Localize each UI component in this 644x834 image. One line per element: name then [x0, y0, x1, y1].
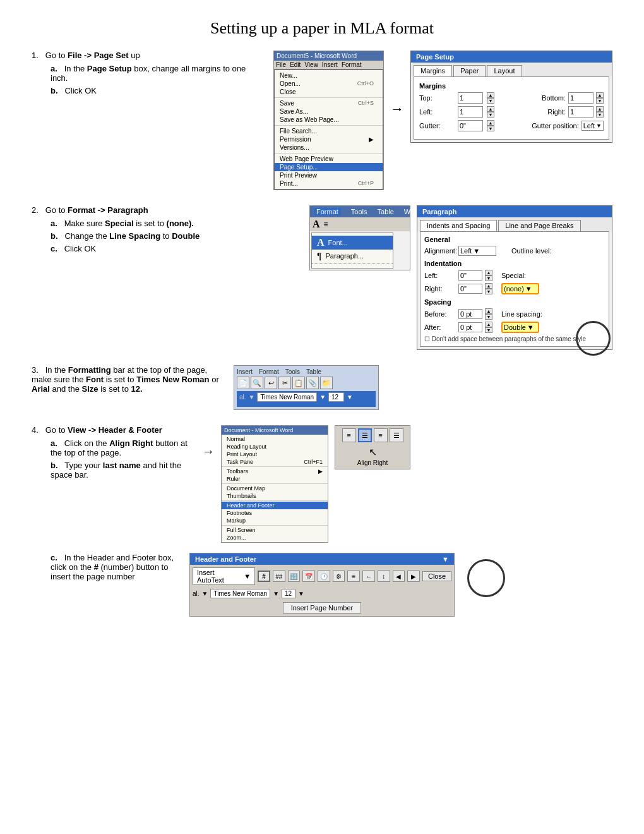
- hf-size-select[interactable]: 12: [282, 589, 295, 598]
- fmt-icon-2[interactable]: 🔍: [251, 377, 263, 389]
- top-input[interactable]: 1: [458, 92, 483, 104]
- special-select[interactable]: (none) ▼: [501, 283, 539, 294]
- double-circle-annotation: [576, 321, 611, 356]
- word-title-bar: Document5 - Microsoft Word: [274, 51, 383, 61]
- menu-item-permission: Permission▶: [275, 135, 383, 143]
- para-general-title: General: [424, 236, 605, 243]
- tab-line-page-breaks[interactable]: Line and Page Breaks: [498, 220, 580, 231]
- fmt-icon-3[interactable]: ↩: [265, 377, 277, 389]
- menu-item-versions: Versions...: [275, 143, 383, 152]
- special-label: Special:: [501, 272, 526, 279]
- view-thumbnails: Thumbnails: [222, 492, 328, 500]
- indent-right-label: Right:: [424, 285, 456, 293]
- menu-item-close: Close: [275, 88, 383, 96]
- after-input[interactable]: 0 pt: [458, 322, 482, 332]
- bottom-spin[interactable]: ▲▼: [596, 92, 604, 104]
- hf-prev-btn[interactable]: ◀: [393, 571, 405, 582]
- menu-item-printpreview: Print Preview: [275, 171, 383, 179]
- hf-next-btn[interactable]: ▶: [407, 571, 420, 582]
- indent-left-spin[interactable]: ▲▼: [485, 270, 492, 281]
- hf-same-prev-btn[interactable]: ←: [362, 571, 375, 582]
- view-ruler: Ruler: [222, 475, 328, 483]
- hf-autotext-btn[interactable]: Insert AutoText ▼: [193, 567, 255, 585]
- step-1-arrow: →: [390, 101, 404, 118]
- word-file-menu: New... Open...Ctrl+O Close SaveCtrl+S Sa…: [274, 70, 383, 190]
- view-taskpane: Task PaneCtrl+F1: [222, 458, 328, 466]
- font-size-select[interactable]: 12: [328, 392, 344, 402]
- step-4c-row: c. In the Header and Footer box, click o…: [32, 553, 612, 617]
- line-spacing-select[interactable]: Double ▼: [501, 322, 539, 333]
- indent-left-input[interactable]: 0": [458, 270, 482, 281]
- hf-pages-btn[interactable]: ##: [273, 571, 285, 582]
- alignment-label: Alignment:: [424, 247, 456, 255]
- indent-left-label: Left:: [424, 272, 456, 279]
- before-spin[interactable]: ▲▼: [485, 308, 492, 320]
- hf-date-btn[interactable]: 📅: [302, 571, 315, 582]
- insert-label: Insert: [237, 368, 253, 375]
- view-footnotes: Footnotes: [222, 509, 328, 517]
- hf-setup-btn[interactable]: ⚙: [333, 571, 345, 582]
- align-toolbar-screenshot: ≡ ☰ ≡ ☰ ↖ Align Right: [335, 425, 410, 469]
- hf-circle-wrap: [467, 553, 505, 597]
- hf-time-btn[interactable]: 🕐: [318, 571, 330, 582]
- tools-label: Tools: [351, 208, 367, 215]
- page-setup-title: Page Setup: [411, 51, 612, 63]
- before-input[interactable]: 0 pt: [458, 309, 482, 319]
- hf-font-select[interactable]: Times New Roman: [210, 589, 270, 598]
- gutter-spin[interactable]: ▲▼: [487, 120, 494, 131]
- right-input[interactable]: 1: [568, 106, 593, 118]
- step-3-images: Insert Format Tools Table 📄 🔍 ↩ ✂ 📋 📎 📁 …: [234, 365, 379, 410]
- page-title: Setting up a paper in MLA format: [32, 19, 612, 38]
- tab-margins[interactable]: Margins: [414, 65, 452, 76]
- align-left-btn[interactable]: ≡: [342, 428, 356, 442]
- cursor-icon: ↖: [369, 447, 377, 457]
- hf-close-btn[interactable]: Close: [422, 571, 451, 581]
- step-4b: b. Type your last name and hit the space…: [51, 461, 189, 480]
- left-margin-row: Left: 1 ▲▼ Right: 1 ▲▼: [419, 106, 604, 118]
- gutter-pos-select[interactable]: Left▼: [581, 121, 604, 131]
- right-spin[interactable]: ▲▼: [596, 106, 604, 118]
- tab-layout[interactable]: Layout: [487, 65, 522, 76]
- justify-btn[interactable]: ☰: [390, 428, 403, 442]
- step-2c: c. Click OK: [51, 244, 297, 253]
- align-buttons-row: ≡ ☰ ≡ ☰: [342, 428, 403, 442]
- alignment-select[interactable]: Left ▼: [458, 246, 496, 256]
- hf-page-number-btn[interactable]: #: [258, 571, 270, 582]
- fmt-icon-7[interactable]: 📁: [320, 377, 333, 389]
- tab-paper[interactable]: Paper: [453, 65, 486, 76]
- hf-format-btn[interactable]: 🔢: [288, 571, 301, 582]
- fmt-icon-6[interactable]: 📎: [306, 377, 319, 389]
- indent-right-input[interactable]: 0": [458, 284, 482, 294]
- format-icon-para: ≡: [324, 220, 328, 229]
- view-header-footer[interactable]: Header and Footer: [222, 502, 328, 509]
- top-margin-row: Top: 1 ▲▼ Bottom: 1 ▲▼: [419, 92, 604, 104]
- menu-item-pagesetup[interactable]: Page Setup...: [275, 163, 383, 171]
- format-menu-paragraph[interactable]: ¶ Paragraph...: [312, 250, 393, 262]
- font-name-select[interactable]: Times New Roman: [257, 392, 317, 402]
- fmt-icon-5[interactable]: 📋: [292, 377, 305, 389]
- indent-right-spin[interactable]: ▲▼: [485, 283, 492, 294]
- fmt-font-row: al. ▼ Times New Roman ▼ 12 ▼: [237, 391, 376, 403]
- left-spin[interactable]: ▲▼: [487, 106, 494, 118]
- step-2-number: 2.: [32, 205, 39, 215]
- gutter-input[interactable]: 0": [458, 120, 483, 131]
- para-label: Paragraph...: [326, 252, 364, 260]
- fmt-icon-4[interactable]: ✂: [278, 377, 291, 389]
- format-menu-sep: [312, 263, 393, 264]
- format-menu-font[interactable]: A Font...: [312, 236, 393, 250]
- top-spin[interactable]: ▲▼: [487, 92, 494, 104]
- hf-showhide-btn[interactable]: ≡: [347, 571, 360, 582]
- tab-indents-spacing[interactable]: Indents and Spacing: [420, 220, 497, 231]
- view-normal: Normal: [222, 435, 328, 443]
- after-spin[interactable]: ▲▼: [485, 322, 492, 333]
- view-reading: Reading Layout: [222, 443, 328, 450]
- fmt-icon-1[interactable]: 📄: [237, 377, 249, 389]
- hf-switch-btn[interactable]: ↕: [378, 571, 390, 582]
- left-input[interactable]: 1: [458, 106, 483, 118]
- hf-style-arrow: ▼: [202, 590, 208, 597]
- step-2b: b. Change the Line Spacing to Double: [51, 231, 297, 241]
- hf-insert-page-number-label-wrap: Insert Page Number: [190, 600, 454, 616]
- align-center-btn[interactable]: ☰: [358, 428, 372, 442]
- align-right-btn[interactable]: ≡: [374, 428, 388, 442]
- bottom-input[interactable]: 1: [568, 92, 593, 104]
